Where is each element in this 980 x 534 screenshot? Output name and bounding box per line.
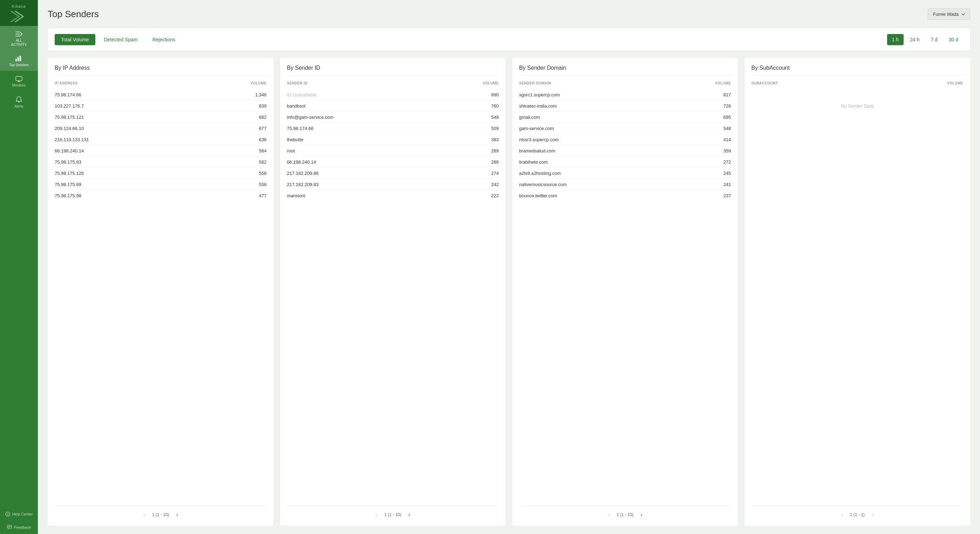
ip-next-btn[interactable]: › — [174, 511, 180, 518]
svg-rect-13 — [7, 525, 11, 528]
card-footer-by-ip: ‹ 1 (1 - 10) › — [55, 505, 267, 518]
subaccount-prev-btn[interactable]: ‹ — [839, 511, 845, 518]
col-header-sender-domain-volume: VOLUME — [715, 81, 731, 85]
sender-id-rows: ID Unavailable990bandbsol760info@gam-ser… — [287, 89, 499, 201]
senderdomain-next-btn[interactable]: › — [639, 511, 644, 518]
tab-total-volume[interactable]: Total Volume — [55, 34, 95, 45]
table-header-by-ip: IP ADDRESS VOLUME — [55, 81, 267, 88]
cell-right: 990 — [491, 92, 499, 97]
cell-right: 548 — [724, 126, 731, 131]
cell-left: root — [287, 148, 295, 154]
table-row: root289 — [287, 145, 499, 157]
table-row: 75.98.175.121682 — [55, 112, 267, 123]
col-header-subaccount: SUBACCOUNT — [751, 81, 778, 85]
tab-detected-spam[interactable]: Detected Spam — [97, 34, 144, 45]
cell-right: 584 — [259, 148, 267, 154]
cell-left: 75.98.175.93 — [55, 159, 81, 165]
svg-point-10 — [19, 102, 20, 103]
col-header-subaccount-volume: VOLUME — [947, 81, 963, 85]
cell-right: 817 — [724, 92, 731, 97]
filter-bar: Total Volume Detected Spam Rejections 1 … — [48, 29, 970, 51]
help-center-button[interactable]: ? Help Center — [0, 507, 38, 521]
table-row: ID Unavailable990 — [287, 89, 499, 100]
svg-rect-3 — [16, 59, 17, 61]
kibana-logo-text: Kibana — [12, 4, 26, 8]
cell-left: 217.182.209.83 — [287, 182, 318, 187]
sender-domain-rows: sgsrc1.supercp.com817shivatec-india.com7… — [519, 89, 731, 201]
cell-right: 558 — [259, 182, 267, 187]
cell-left: 217.182.209.86 — [287, 171, 318, 176]
table-row: gmail.com695 — [519, 112, 731, 123]
table-row: 217.182.209.83242 — [287, 179, 499, 190]
sidebar-item-label-all-activity: ALLACTIVITY — [11, 38, 27, 47]
time-tab-7d[interactable]: 7 d — [926, 34, 942, 45]
cell-left: 75.98.175.89 — [55, 182, 81, 187]
cell-left: bandbsol — [287, 103, 305, 109]
cell-left: nlssr3.supercp.com — [519, 137, 559, 142]
cell-left: shivatec-india.com — [519, 103, 557, 109]
card-by-sender-id: By Sender ID SENDER ID VOLUME ID Unavail… — [280, 58, 506, 526]
senderdomain-pagination: 1 (1 - 10) — [617, 512, 634, 517]
user-name: Fumie Wada — [933, 11, 959, 17]
card-by-ip: By IP Address IP ADDRESS VOLUME 75.98.17… — [48, 58, 274, 526]
table-row: tirabihete.com272 — [519, 157, 731, 168]
table-row: 217.182.209.86274 — [287, 168, 499, 179]
feedback-label: Feedback — [14, 525, 31, 529]
subaccount-next-btn[interactable]: › — [870, 511, 875, 518]
cell-right: 272 — [724, 159, 731, 165]
chevron-down-icon — [961, 13, 965, 16]
cell-right: 726 — [724, 103, 731, 109]
page-title: Top Senders — [48, 9, 99, 20]
filter-tabs: Total Volume Detected Spam Rejections — [55, 34, 181, 45]
time-tab-30d[interactable]: 30 d — [944, 34, 963, 45]
card-footer-by-sender-domain: ‹ 1 (1 - 10) › — [519, 505, 731, 518]
senderdomain-prev-btn[interactable]: ‹ — [606, 511, 612, 518]
help-icon: ? — [5, 512, 10, 517]
cell-left: 75.98.174.66 — [55, 92, 81, 97]
header: Top Senders Fumie Wada — [48, 8, 970, 20]
table-row: 209.124.66.10677 — [55, 123, 267, 134]
cell-right: 1,348 — [255, 92, 267, 97]
time-tab-24h[interactable]: 24 h — [905, 34, 924, 45]
sidebar-item-alerts[interactable]: Alerts — [0, 91, 38, 112]
table-row: sgsrc1.supercp.com817 — [519, 89, 731, 100]
cell-left: gmail.com — [519, 114, 540, 120]
cell-right: 558 — [259, 171, 267, 176]
cell-right: 237 — [724, 193, 731, 198]
senderid-next-btn[interactable]: › — [406, 511, 412, 518]
table-row: 75.98.175.89558 — [55, 179, 267, 190]
arrow-right-icon — [15, 31, 23, 37]
bell-icon — [15, 96, 23, 103]
subaccount-pagination: 1 (1 - 1) — [850, 512, 865, 517]
cell-right: 242 — [491, 182, 499, 187]
sidebar-item-top-senders[interactable]: Top Senders — [0, 51, 38, 71]
user-dropdown[interactable]: Fumie Wada — [928, 8, 970, 20]
cell-left: 75.98.175.98 — [55, 193, 81, 198]
cell-right: 582 — [259, 159, 267, 165]
cell-left: gam-service.com — [519, 126, 554, 131]
sidebar-item-all-activity[interactable]: ALLACTIVITY — [0, 26, 38, 51]
ip-prev-btn[interactable]: ‹ — [141, 511, 147, 518]
tab-rejections[interactable]: Rejections — [146, 34, 181, 45]
table-row: nlssr3.supercp.com414 — [519, 134, 731, 145]
table-row: 75.98.174.66509 — [287, 123, 499, 134]
cell-right: 548 — [491, 114, 499, 120]
table-row: shivatec-india.com726 — [519, 100, 731, 112]
sidebar-item-label-alerts: Alerts — [14, 105, 24, 109]
table-row: bandbsol760 — [287, 100, 499, 112]
cell-right: 241 — [724, 182, 731, 187]
table-header-by-subaccount: SUBACCOUNT VOLUME — [751, 81, 964, 88]
time-tab-1h[interactable]: 1 h — [887, 34, 904, 45]
col-header-ip: IP ADDRESS — [55, 81, 78, 85]
feedback-button[interactable]: Feedback — [0, 521, 38, 534]
card-title-by-subaccount: By SubAccount — [751, 65, 964, 76]
cell-left: 75.98.175.126 — [55, 171, 84, 176]
senderid-prev-btn[interactable]: ‹ — [373, 511, 379, 518]
svg-rect-6 — [16, 76, 22, 81]
cell-right: 760 — [491, 103, 499, 109]
svg-rect-4 — [18, 57, 19, 61]
table-row: 75.98.175.98477 — [55, 190, 267, 201]
table-row: bramedsalud.com359 — [519, 145, 731, 157]
cell-left: 103.227.176.7 — [55, 103, 84, 109]
sidebar-item-monitors[interactable]: Monitors — [0, 71, 38, 91]
